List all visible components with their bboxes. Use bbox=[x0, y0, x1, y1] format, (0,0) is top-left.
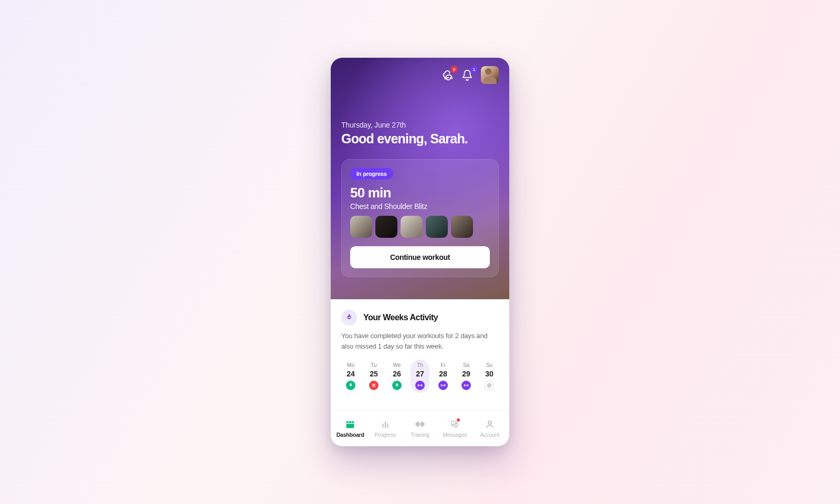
svg-rect-22 bbox=[423, 423, 424, 426]
day-cell[interactable]: Tu25 bbox=[364, 360, 383, 393]
week-calendar: Mo24Tu25We26Th27Fr28Sa29Su30 bbox=[341, 360, 499, 393]
day-cell[interactable]: Mo24 bbox=[341, 360, 360, 393]
svg-point-12 bbox=[488, 385, 489, 385]
day-cell[interactable]: Su30 bbox=[480, 360, 499, 393]
day-short: Tu bbox=[371, 362, 376, 368]
day-short: We bbox=[393, 362, 401, 368]
week-activity-section: Your Weeks Activity You have completed y… bbox=[331, 299, 509, 410]
tab-label: Messages bbox=[443, 432, 467, 438]
planned-icon bbox=[461, 381, 471, 390]
tab-progress[interactable]: Progress bbox=[368, 419, 402, 438]
day-number: 25 bbox=[370, 370, 378, 378]
top-actions: 2 1 bbox=[341, 66, 499, 84]
unread-dot-icon bbox=[457, 418, 460, 422]
rest-icon bbox=[485, 381, 494, 390]
greeting: Thursday, June 27th Good evening, Sarah. bbox=[341, 121, 499, 146]
planned-icon bbox=[438, 381, 448, 390]
user-icon bbox=[485, 419, 495, 429]
tab-label: Progress bbox=[374, 432, 395, 438]
chat-badge: 2 bbox=[450, 66, 458, 73]
greeting-text: Good evening, Sarah. bbox=[341, 131, 499, 146]
flame-icon bbox=[341, 310, 357, 326]
tab-dashboard[interactable]: Dashboard bbox=[333, 419, 368, 438]
day-number: 29 bbox=[462, 370, 470, 378]
current-workout-card[interactable]: In progress 50 min Chest and Shoulder Bl… bbox=[341, 159, 499, 277]
day-short: Fr bbox=[440, 362, 445, 368]
status-badge: In progress bbox=[350, 168, 393, 180]
day-number: 30 bbox=[485, 370, 494, 378]
svg-rect-14 bbox=[346, 422, 354, 428]
day-short: Su bbox=[486, 362, 492, 368]
bottom-tab-bar: Dashboard Progress Training Messages bbox=[331, 410, 509, 446]
section-header: Your Weeks Activity bbox=[341, 310, 499, 326]
current-date: Thursday, June 27th bbox=[341, 121, 499, 129]
tab-messages[interactable]: Messages bbox=[437, 419, 472, 438]
tab-training[interactable]: Training bbox=[403, 419, 437, 438]
planned-icon bbox=[415, 381, 425, 390]
section-title: Your Weeks Activity bbox=[363, 313, 438, 322]
tab-label: Account bbox=[480, 432, 500, 438]
day-short: Th bbox=[417, 362, 423, 368]
exercise-thumbnails bbox=[350, 216, 490, 238]
tab-label: Training bbox=[411, 432, 429, 438]
notifications-badge: 1 bbox=[470, 66, 478, 73]
continue-workout-button[interactable]: Continue workout bbox=[350, 246, 490, 268]
day-cell[interactable]: We26 bbox=[387, 360, 406, 393]
hero-header: 2 1 Thursday, June 27th Good evening, Sa… bbox=[331, 58, 509, 299]
day-number: 24 bbox=[346, 370, 355, 378]
day-short: Sa bbox=[463, 362, 469, 368]
day-number: 27 bbox=[416, 370, 424, 378]
chat-button[interactable]: 2 bbox=[441, 69, 454, 81]
done-icon bbox=[392, 381, 402, 390]
exercise-thumb[interactable] bbox=[426, 216, 448, 238]
chart-icon bbox=[381, 419, 390, 429]
tab-account[interactable]: Account bbox=[472, 419, 507, 438]
calendar-icon bbox=[345, 419, 355, 429]
svg-point-26 bbox=[488, 421, 491, 424]
missed-icon bbox=[369, 381, 379, 390]
day-number: 28 bbox=[439, 370, 447, 378]
svg-point-11 bbox=[488, 384, 491, 387]
exercise-thumb[interactable] bbox=[350, 216, 372, 238]
day-cell[interactable]: Th27 bbox=[411, 360, 429, 393]
section-description: You have completed your workouts for 2 d… bbox=[341, 331, 499, 351]
app-frame: 2 1 Thursday, June 27th Good evening, Sa… bbox=[331, 58, 509, 446]
tab-label: Dashboard bbox=[337, 432, 364, 438]
avatar[interactable] bbox=[481, 66, 499, 84]
exercise-thumb[interactable] bbox=[401, 216, 423, 238]
workout-name: Chest and Shoulder Blitz bbox=[350, 202, 490, 211]
svg-rect-21 bbox=[416, 423, 417, 426]
notifications-button[interactable]: 1 bbox=[461, 69, 474, 81]
day-short: Mo bbox=[347, 362, 354, 368]
done-icon bbox=[346, 381, 355, 390]
day-cell[interactable]: Sa29 bbox=[457, 360, 476, 393]
workout-duration: 50 min bbox=[350, 185, 490, 201]
exercise-thumb[interactable] bbox=[375, 216, 397, 238]
day-number: 26 bbox=[393, 370, 401, 378]
day-cell[interactable]: Fr28 bbox=[434, 360, 453, 393]
svg-point-13 bbox=[490, 385, 490, 385]
exercise-thumb[interactable] bbox=[451, 216, 473, 238]
dumbbell-icon bbox=[415, 419, 425, 429]
